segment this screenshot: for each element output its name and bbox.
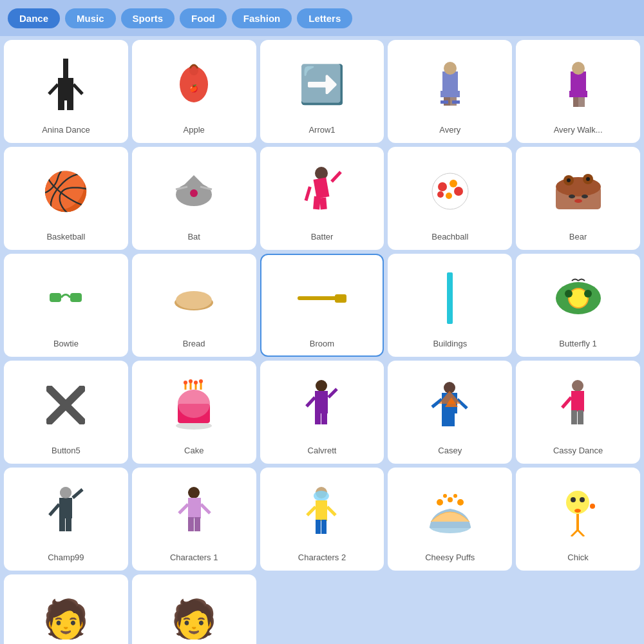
- svg-rect-74: [315, 391, 328, 413]
- svg-line-96: [50, 504, 59, 515]
- item-label: Anina Dance: [42, 125, 90, 135]
- item-label: Casey: [438, 446, 462, 456]
- item-visual: [521, 153, 635, 229]
- item-card-bowtie[interactable]: Bowtie: [4, 254, 128, 357]
- item-card-batter[interactable]: Batter: [260, 147, 384, 250]
- item-label: Bat: [187, 232, 200, 242]
- svg-point-71: [194, 381, 198, 384]
- svg-line-29: [304, 187, 312, 200]
- item-card-button5[interactable]: Button5: [4, 361, 128, 464]
- item-card-bread[interactable]: Bread: [132, 254, 256, 357]
- item-card-bat[interactable]: Bat: [132, 147, 256, 250]
- svg-rect-95: [66, 517, 71, 531]
- svg-point-70: [189, 379, 193, 383]
- svg-point-40: [556, 177, 601, 196]
- svg-rect-1: [58, 78, 73, 100]
- item-card-arrow1[interactable]: ➡️Arrow1: [260, 40, 384, 143]
- svg-point-43: [569, 194, 575, 198]
- svg-rect-4: [58, 100, 64, 110]
- svg-point-115: [457, 499, 464, 506]
- item-label: Bowtie: [53, 339, 79, 349]
- svg-point-21: [572, 62, 585, 75]
- svg-point-98: [60, 487, 71, 498]
- item-visual: 🏀: [9, 153, 123, 229]
- item-label: Beachball: [431, 232, 468, 242]
- item-card-casey[interactable]: Casey: [388, 361, 512, 464]
- item-label: Bread: [183, 339, 205, 349]
- item-visual: [393, 260, 507, 336]
- item-visual: [393, 367, 507, 443]
- svg-point-106: [314, 491, 329, 501]
- svg-point-38: [437, 191, 444, 198]
- svg-point-51: [176, 291, 212, 309]
- item-card-anina-dance[interactable]: Anina Dance: [4, 40, 128, 143]
- nav-btn-dance[interactable]: Dance: [8, 8, 60, 28]
- item-card-cassy-dance[interactable]: Cassy Dance: [516, 361, 640, 464]
- item-card-basketball[interactable]: 🏀Basketball: [4, 147, 128, 250]
- item-card-butterfly-1[interactable]: Butterfly 1: [516, 254, 640, 357]
- item-label: Avery: [439, 125, 460, 135]
- item-card-characters-1[interactable]: Characters 1: [132, 468, 256, 571]
- svg-point-122: [574, 509, 581, 513]
- nav-btn-fashion[interactable]: Fashion: [232, 8, 292, 28]
- item-label: Broom: [310, 339, 334, 349]
- svg-rect-5: [67, 100, 73, 110]
- item-card-characters-2[interactable]: Characters 2: [260, 468, 384, 571]
- item-label: Calvrett: [308, 446, 337, 456]
- item-card-characters[interactable]: 🧑Characters: [132, 574, 256, 644]
- item-card-cheesy-puffs[interactable]: Cheesy Puffs: [388, 468, 512, 571]
- nav-btn-food[interactable]: Food: [180, 8, 227, 28]
- svg-rect-15: [440, 100, 448, 104]
- item-card-champ99[interactable]: Champ99: [4, 468, 128, 571]
- item-visual: [393, 153, 507, 229]
- item-visual: [9, 46, 123, 122]
- item-card-calvrett[interactable]: Calvrett: [260, 361, 384, 464]
- item-label: Buildings: [433, 339, 467, 349]
- item-card-avery-walk...[interactable]: Avery Walk...: [516, 40, 640, 143]
- item-visual: [9, 474, 123, 550]
- item-card-bear[interactable]: Bear: [516, 147, 640, 250]
- item-card-apple[interactable]: 🍎Apple: [132, 40, 256, 143]
- item-card-characters[interactable]: 🧑Characters: [4, 574, 128, 644]
- item-visual: [137, 260, 251, 336]
- svg-rect-16: [452, 100, 460, 104]
- item-card-chick[interactable]: Chick: [516, 468, 640, 571]
- item-card-beachball[interactable]: Beachball: [388, 147, 512, 250]
- svg-rect-32: [320, 198, 328, 210]
- svg-text:🍎: 🍎: [189, 84, 198, 93]
- item-card-buildings[interactable]: Buildings: [388, 254, 512, 357]
- item-visual: 🍎: [137, 46, 251, 122]
- top-navigation: DanceMusicSportsFoodFashionLetters: [0, 0, 644, 36]
- item-visual: ➡️: [265, 46, 379, 122]
- svg-line-111: [327, 507, 336, 515]
- item-visual: [137, 474, 251, 550]
- svg-line-30: [332, 172, 341, 182]
- svg-rect-88: [571, 391, 584, 412]
- svg-point-73: [316, 380, 327, 392]
- items-grid: Anina Dance🍎Apple➡️Arrow1AveryAvery Walk…: [0, 36, 644, 644]
- item-card-avery[interactable]: Avery: [388, 40, 512, 143]
- svg-line-91: [562, 397, 571, 408]
- item-visual: [265, 153, 379, 229]
- svg-point-46: [567, 178, 571, 182]
- svg-rect-90: [578, 410, 583, 424]
- svg-rect-75: [315, 412, 321, 424]
- item-visual: [265, 474, 379, 550]
- svg-rect-93: [59, 498, 72, 518]
- svg-rect-76: [321, 412, 327, 424]
- svg-rect-55: [447, 272, 453, 324]
- nav-btn-letters[interactable]: Letters: [297, 8, 352, 28]
- item-label: Button5: [52, 446, 80, 456]
- svg-rect-28: [314, 178, 330, 199]
- item-visual: 🧑: [9, 581, 123, 644]
- svg-point-123: [590, 504, 595, 509]
- svg-point-36: [454, 187, 463, 196]
- svg-line-125: [578, 530, 584, 536]
- svg-rect-107: [316, 500, 327, 521]
- nav-btn-sports[interactable]: Sports: [121, 8, 175, 28]
- item-card-cake[interactable]: Cake: [132, 361, 256, 464]
- item-card-broom[interactable]: Broom: [260, 254, 384, 357]
- svg-rect-89: [571, 410, 577, 424]
- item-visual: [265, 260, 379, 336]
- nav-btn-music[interactable]: Music: [65, 8, 116, 28]
